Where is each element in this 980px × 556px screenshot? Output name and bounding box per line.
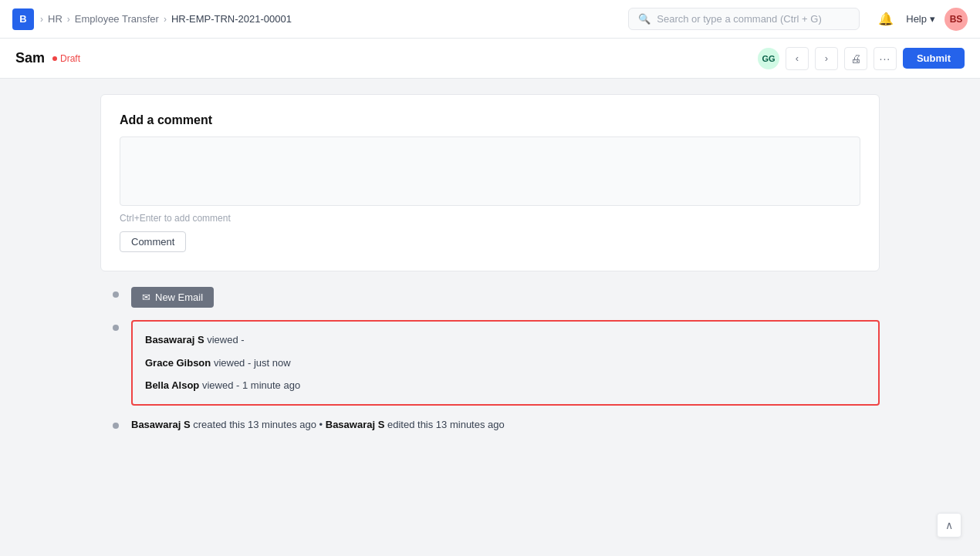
search-bar[interactable]: 🔍 Search or type a command (Ctrl + G)	[628, 8, 860, 30]
timeline-dot	[113, 291, 119, 298]
view-author-3: Bella Alsop	[145, 379, 199, 391]
topbar-right: 🔔 Help ▾ BS	[875, 8, 968, 31]
meta-creator: Basawaraj S	[131, 419, 191, 430]
subheader-right: GG ‹ › 🖨 ··· Submit	[758, 47, 965, 70]
comment-card: Add a comment Ctrl+Enter to add comment …	[100, 94, 880, 271]
timeline-item-views: Basawaraj S viewed - Grace Gibson viewed…	[131, 320, 880, 406]
breadcrumb-sep-3: ›	[164, 14, 167, 25]
subheader-left: Sam Draft	[15, 50, 80, 66]
help-chevron-icon: ▾	[930, 13, 935, 25]
timeline: ✉ New Email Basawaraj S viewed - Grace G…	[100, 287, 880, 430]
topbar: B › HR › Employee Transfer › HR-EMP-TRN-…	[0, 0, 980, 39]
gg-avatar[interactable]: GG	[758, 48, 779, 69]
meta-separator: •	[319, 419, 326, 430]
view-author-2: Grace Gibson	[145, 357, 211, 369]
highlight-box: Basawaraj S viewed - Grace Gibson viewed…	[131, 320, 880, 406]
submit-button[interactable]: Submit	[903, 48, 965, 69]
prev-button[interactable]: ‹	[786, 47, 809, 70]
view-item-2: Grace Gibson viewed - just now	[145, 356, 866, 371]
breadcrumb-sep-1: ›	[40, 14, 43, 25]
comment-hint: Ctrl+Enter to add comment	[120, 213, 860, 224]
view-item-3: Bella Alsop viewed - 1 minute ago	[145, 378, 866, 393]
search-icon: 🔍	[638, 13, 651, 25]
timeline-content-views: Basawaraj S viewed - Grace Gibson viewed…	[131, 320, 880, 406]
view-item-1: Basawaraj S viewed -	[145, 332, 866, 348]
view-author-1: Basawaraj S	[145, 334, 204, 345]
breadcrumb-employee-transfer[interactable]: Employee Transfer	[75, 13, 159, 25]
print-button[interactable]: 🖨	[844, 47, 867, 70]
next-button[interactable]: ›	[815, 47, 838, 70]
draft-dot	[52, 56, 57, 61]
email-icon: ✉	[142, 291, 150, 303]
bell-icon[interactable]: 🔔	[875, 8, 897, 30]
app-icon[interactable]: B	[12, 8, 34, 30]
comment-title: Add a comment	[120, 113, 860, 127]
timeline-content-email: ✉ New Email	[131, 287, 880, 308]
breadcrumb: › HR › Employee Transfer › HR-EMP-TRN-20…	[40, 13, 622, 25]
timeline-content-meta: Basawaraj S created this 13 minutes ago …	[131, 418, 880, 430]
breadcrumb-doc-id: HR-EMP-TRN-2021-00001	[171, 13, 292, 25]
user-avatar[interactable]: BS	[945, 8, 968, 31]
timeline-item-meta: Basawaraj S created this 13 minutes ago …	[131, 418, 880, 430]
meta-text: Basawaraj S created this 13 minutes ago …	[131, 419, 505, 430]
main-content: Add a comment Ctrl+Enter to add comment …	[0, 79, 980, 458]
timeline-dot-meta	[113, 423, 119, 429]
new-email-button[interactable]: ✉ New Email	[131, 287, 214, 308]
help-button[interactable]: Help ▾	[906, 13, 935, 25]
new-email-label: New Email	[155, 291, 203, 303]
comment-button[interactable]: Comment	[120, 231, 186, 252]
doc-title: Sam	[15, 50, 45, 66]
breadcrumb-hr[interactable]: HR	[48, 13, 63, 25]
status-badge: Draft	[52, 53, 80, 64]
timeline-dot-views	[113, 325, 119, 331]
timeline-item-email: ✉ New Email	[131, 287, 880, 308]
search-placeholder: Search or type a command (Ctrl + G)	[657, 13, 822, 25]
comment-textarea[interactable]	[120, 136, 860, 206]
help-label: Help	[906, 13, 927, 25]
status-label: Draft	[60, 53, 80, 64]
more-options-button[interactable]: ···	[874, 47, 897, 70]
breadcrumb-sep-2: ›	[67, 14, 70, 25]
subheader: Sam Draft GG ‹ › 🖨 ··· Submit	[0, 39, 980, 79]
meta-editor: Basawaraj S	[326, 419, 385, 430]
